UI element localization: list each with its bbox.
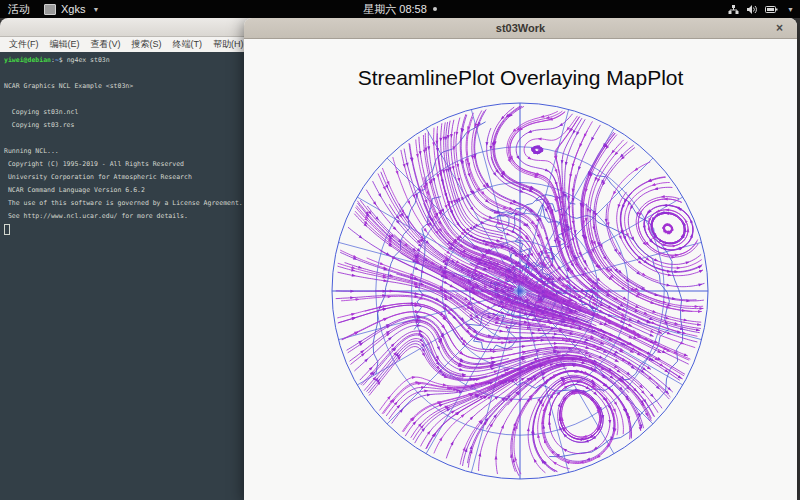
prompt-command: ng4ex st03n — [67, 56, 110, 64]
menu-item[interactable]: 文件(F) — [9, 38, 39, 51]
battery-icon — [765, 4, 778, 15]
top-bar: 活动 Xgks ▼ 星期六 08:58 — [0, 0, 800, 18]
close-icon[interactable]: × — [772, 18, 787, 38]
notification-dot-icon — [433, 7, 437, 11]
terminal-cursor — [4, 224, 10, 235]
menu-item[interactable]: 编辑(E) — [50, 38, 80, 51]
activities-button[interactable]: 活动 — [8, 2, 30, 17]
system-menu-caret-icon: ▼ — [787, 6, 794, 13]
volume-icon — [746, 4, 758, 15]
system-status-area[interactable]: ▼ — [728, 0, 794, 18]
plot-titlebar[interactable]: st03Work × — [244, 18, 797, 39]
app-menu-button[interactable]: Xgks ▼ — [44, 3, 99, 15]
network-icon — [728, 4, 739, 15]
menu-item[interactable]: 查看(V) — [91, 38, 121, 51]
plot-window: st03Work × StreamlinePlot Overlaying Map… — [244, 18, 797, 500]
menu-item[interactable]: 终端(T) — [173, 38, 203, 51]
streamline-map — [244, 39, 797, 500]
window-title: st03Work — [496, 22, 545, 34]
clock[interactable]: 星期六 08:58 — [363, 2, 427, 17]
chevron-down-icon: ▼ — [92, 6, 99, 13]
prompt-user-host: yiwei@debian — [4, 56, 51, 64]
app-window-icon — [44, 4, 56, 15]
menu-item[interactable]: 帮助(H) — [213, 38, 244, 51]
menu-item[interactable]: 搜索(S) — [132, 38, 162, 51]
desktop: 活动 Xgks ▼ 星期六 08:58 — [0, 0, 800, 500]
plot-canvas: StreamlinePlot Overlaying MapPlot — [244, 39, 797, 500]
app-menu-label: Xgks — [61, 3, 85, 15]
